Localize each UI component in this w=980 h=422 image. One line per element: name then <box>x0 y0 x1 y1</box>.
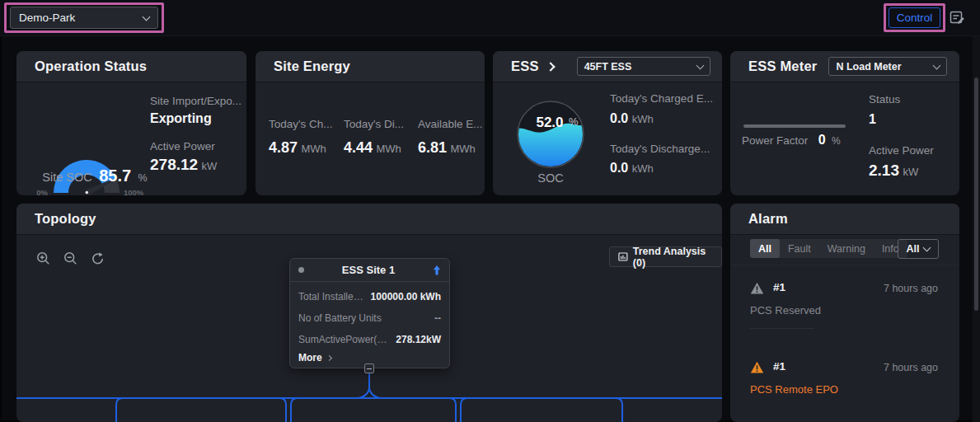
node-title: ESS Site 1 <box>304 264 433 276</box>
ess-header: ESS 45FT ESS <box>493 51 722 82</box>
control-button[interactable]: Control <box>889 7 940 28</box>
alarm-item-id: #1 <box>773 281 785 293</box>
ess-meter-title: ESS Meter <box>748 59 817 74</box>
warning-triangle-icon <box>750 282 764 295</box>
ess-title: ESS <box>511 59 539 74</box>
ess-soc-unit: % <box>569 115 579 128</box>
operation-status-card: Operation Status 0% 100% Site SOC 85.7 %… <box>16 51 246 195</box>
park-selector[interactable]: Demo-Park <box>10 7 158 29</box>
edit-note-icon[interactable] <box>950 11 965 26</box>
alarm-item-id: #1 <box>773 360 785 373</box>
meter-active-power-unit: kW <box>903 166 918 178</box>
alarm-tab-warning[interactable]: Warning <box>819 239 874 258</box>
import-export-label: Site Import/Expo... <box>150 95 245 107</box>
node-row-sum-active-power: SumActivePower(Lates... 278.12kW <box>298 329 441 350</box>
zoom-in-icon[interactable] <box>36 251 51 266</box>
operation-status-stats: Site Import/Expo... Exporting Active Pow… <box>150 95 245 174</box>
node-collapse-toggle[interactable] <box>364 363 374 373</box>
ess-card: ESS 45FT ESS 52.0 % SOC Tod <box>493 51 722 195</box>
node-more-label: More <box>298 352 322 363</box>
meter-active-power-value: 2.13 <box>869 162 899 179</box>
trend-analysis-label: Trend Analysis (0) <box>633 246 713 269</box>
meter-selector-value: N Load Meter <box>836 61 927 73</box>
ess-meter-card: ESS Meter N Load Meter Power Factor 0 % … <box>730 51 959 195</box>
trend-analysis-button[interactable]: Trend Analysis (0) <box>609 246 722 267</box>
park-selector-value: Demo-Park <box>19 12 143 24</box>
power-factor-unit: % <box>832 135 841 147</box>
stat-value: 6.81 <box>418 139 447 156</box>
operation-status-title: Operation Status <box>35 59 147 74</box>
chevron-down-icon <box>143 12 151 21</box>
zoom-out-icon[interactable] <box>63 251 78 266</box>
alarm-tab-fault[interactable]: Fault <box>780 239 819 258</box>
ess-meter-stats: Status 1 Active Power 2.13 kW <box>869 91 951 180</box>
stat-label: Today's Di... <box>344 118 404 130</box>
site-soc-label: Site SOC <box>42 171 91 184</box>
gauge-max-label: 100% <box>124 188 144 195</box>
power-direction-up-icon <box>433 265 441 275</box>
node-row-label: Total Installed Ca... <box>298 291 366 302</box>
node-metrics: Total Installed Ca... 100000.00 kWh No o… <box>290 282 449 350</box>
alarm-filter-dropdown[interactable]: All <box>898 239 939 259</box>
alarm-filter-value: All <box>907 243 920 255</box>
site-energy-header: Site Energy <box>256 51 485 82</box>
ess-soc-liquid-gauge: 52.0 % <box>516 100 585 169</box>
stat-value: 4.87 <box>269 139 298 156</box>
alarm-tab-all[interactable]: All <box>750 239 780 258</box>
power-factor-readout: Power Factor 0 % <box>742 133 841 148</box>
power-factor-bar <box>743 124 846 128</box>
trend-chart-icon <box>618 251 628 262</box>
ess-unit-selector-value: 45FT ESS <box>584 61 691 73</box>
node-header: ESS Site 1 <box>290 259 449 282</box>
ess-soc-label: SOC <box>516 171 585 185</box>
stat-todays-discharged: Today's Di... 4.44 MWh <box>344 116 404 157</box>
active-power-value: 278.12 <box>150 156 198 173</box>
alarm-header: Alarm <box>730 204 959 235</box>
meter-selector[interactable]: N Load Meter <box>828 57 947 76</box>
topology-node-ess-site-1[interactable]: ESS Site 1 Total Installed Ca... 100000.… <box>289 258 450 368</box>
stat-unit: MWh <box>377 143 401 155</box>
chevron-down-icon <box>696 61 704 69</box>
meter-status-value: 1 <box>869 112 951 127</box>
import-export-value: Exporting <box>150 111 245 126</box>
topology-header: Topology <box>16 204 722 235</box>
stat-label: Available E... <box>418 118 483 130</box>
alarm-severity-tabs: All Fault Warning Info <box>750 239 907 258</box>
warning-triangle-icon <box>750 361 764 374</box>
alarm-item-message[interactable]: PCS Remote EPO <box>750 383 838 396</box>
ess-soc-value: 52.0 <box>536 115 563 130</box>
ess-unit-selector[interactable]: 45FT ESS <box>577 57 710 76</box>
scrollbar-thumb[interactable] <box>974 77 978 311</box>
alarm-item-time: 7 hours ago <box>884 283 938 294</box>
site-soc-unit: % <box>138 172 148 184</box>
site-energy-title: Site Energy <box>274 59 350 74</box>
alarm-card: Alarm All Fault Warning Info All #1 7 ho… <box>730 204 959 422</box>
reset-view-icon[interactable] <box>91 251 106 266</box>
node-row-capacity: Total Installed Ca... 100000.00 kWh <box>298 286 441 307</box>
todays-discharged-unit: kWh <box>632 162 654 175</box>
chevron-down-icon <box>923 244 931 252</box>
stat-value: 4.44 <box>344 139 373 156</box>
ess-meter-header: ESS Meter N Load Meter <box>730 51 959 82</box>
control-button-label: Control <box>897 12 933 24</box>
alarm-item-divider <box>750 328 814 329</box>
gauge-min-label: 0% <box>36 188 48 195</box>
node-row-label: No of Battery Units <box>298 312 382 324</box>
ess-detail-chevron-icon[interactable] <box>546 62 555 71</box>
node-status-dot <box>298 267 304 273</box>
alarm-item-message[interactable]: PCS Reserved <box>750 304 821 316</box>
stat-available-energy: Available E... 6.81 MWh <box>418 116 483 157</box>
node-row-value: -- <box>434 312 441 324</box>
top-bar: Demo-Park Control <box>0 0 980 36</box>
operation-status-header: Operation Status <box>16 51 246 82</box>
power-factor-label: Power Factor <box>742 134 808 147</box>
stat-label: Today's Ch... <box>269 118 333 130</box>
site-soc-value: 85.7 <box>99 166 131 185</box>
topology-title: Topology <box>35 211 96 227</box>
topology-card: Topology <box>16 204 722 422</box>
stat-todays-charged: Today's Ch... 4.87 MWh <box>269 116 333 157</box>
stat-unit: MWh <box>302 143 326 155</box>
ess-stats: Today's Charged E... 0.0 kWh Today's Dis… <box>610 91 715 176</box>
alarm-title: Alarm <box>748 211 788 227</box>
stat-unit: MWh <box>451 143 476 155</box>
